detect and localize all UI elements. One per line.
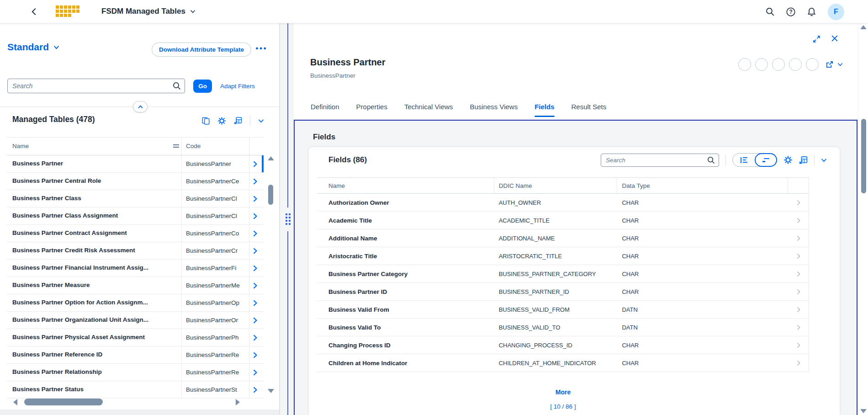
chevron-right-icon[interactable] [788, 253, 809, 259]
chevron-right-icon[interactable] [253, 369, 257, 376]
notifications-bell-icon[interactable] [807, 7, 816, 16]
fields-search-input[interactable] [606, 157, 707, 164]
chevron-right-icon[interactable] [788, 342, 809, 348]
overflow-menu-icon[interactable]: ●●● [255, 45, 267, 51]
chevron-right-icon[interactable] [788, 218, 809, 223]
tab[interactable]: Definition [311, 103, 339, 117]
column-header-code[interactable]: Code [186, 143, 201, 149]
table-row[interactable]: Business Partner Class BusinessPartnerCl [7, 190, 264, 208]
table-row[interactable]: Business Partner Organizational Unit Ass… [7, 312, 264, 329]
download-attribute-template-button[interactable]: Download Attribute Template [152, 43, 251, 57]
search-input[interactable] [12, 82, 173, 90]
field-row[interactable]: Aristocratic Title ARISTOCRATIC_TITLE CH… [317, 247, 809, 265]
chevron-down-icon[interactable] [837, 63, 843, 66]
scrollbar-thumb[interactable] [24, 399, 103, 405]
chevron-right-icon[interactable] [253, 213, 257, 219]
chevron-right-icon[interactable] [253, 282, 257, 289]
table-row[interactable]: Business Partner Reference ID BusinessPa… [7, 346, 264, 364]
chevron-right-icon[interactable] [253, 196, 257, 202]
app-title-menu[interactable]: FSDM Managed Tables [101, 7, 196, 16]
enter-fullscreen-icon[interactable] [813, 35, 820, 43]
table-row[interactable]: Business Partner Measure BusinessPartner… [7, 277, 264, 294]
export-icon[interactable] [234, 117, 242, 125]
action-button[interactable] [755, 58, 768, 71]
chevron-right-icon[interactable] [253, 352, 257, 358]
splitter-grip[interactable] [284, 208, 292, 231]
chevron-down-icon[interactable] [821, 158, 827, 162]
detail-less-button[interactable] [755, 153, 777, 167]
scroll-down-arrow[interactable] [268, 389, 274, 393]
user-avatar[interactable]: F [828, 4, 844, 20]
column-header-datatype[interactable]: Data Type [617, 178, 788, 193]
variant-selector[interactable]: Standard [7, 42, 59, 53]
chevron-right-icon[interactable] [253, 265, 257, 271]
action-button[interactable] [789, 58, 802, 71]
table-row[interactable]: Business Partner Relationship BusinessPa… [7, 364, 264, 381]
scroll-up-arrow[interactable] [268, 156, 274, 160]
chevron-down-icon[interactable] [258, 119, 264, 123]
action-button[interactable] [738, 58, 751, 71]
scroll-right-arrow[interactable] [236, 399, 240, 405]
tab[interactable]: Properties [356, 103, 387, 117]
scroll-down-arrow[interactable] [860, 409, 867, 413]
field-row[interactable]: Business Partner ID BUSINESS_PARTNER_ID … [317, 283, 809, 301]
table-row[interactable]: Business Partner Status BusinessPartnerS… [7, 381, 264, 399]
column-header-name[interactable]: Name [12, 143, 29, 149]
table-row[interactable]: Business Partner Option for Action Assig… [7, 294, 264, 312]
chevron-right-icon[interactable] [788, 235, 809, 241]
field-row[interactable]: Business Partner Category BUSINESS_PARTN… [317, 265, 809, 283]
chevron-right-icon[interactable] [788, 271, 809, 277]
field-row[interactable]: Business Valid From BUSINESS_VALID_FROM … [317, 301, 809, 319]
field-row[interactable]: Academic Title ACADEMIC_TITLE CHAR [317, 212, 809, 229]
scrollbar-thumb[interactable] [861, 119, 866, 193]
share-icon[interactable] [826, 60, 834, 69]
scroll-up-arrow[interactable] [860, 25, 867, 29]
back-icon[interactable] [31, 8, 37, 16]
collapse-filterbar-button[interactable] [133, 101, 148, 112]
field-row[interactable]: Changing Process ID CHANGING_PROCESS_ID … [317, 336, 809, 354]
search-icon[interactable] [173, 82, 181, 90]
detail-more-button[interactable] [733, 154, 755, 166]
chevron-right-icon[interactable] [253, 335, 257, 341]
chevron-right-icon[interactable] [253, 161, 257, 167]
go-button[interactable]: Go [193, 80, 212, 93]
chevron-right-icon[interactable] [253, 230, 257, 237]
settings-gear-icon[interactable] [783, 155, 793, 165]
chevron-right-icon[interactable] [788, 307, 809, 313]
help-icon[interactable]: ? [786, 7, 795, 16]
adapt-filters-link[interactable]: Adapt Filters [220, 83, 255, 90]
tab[interactable]: Technical Views [404, 103, 453, 117]
settings-gear-icon[interactable] [217, 117, 226, 125]
table-row[interactable]: Business Partner BusinessPartner [7, 155, 264, 173]
chevron-right-icon[interactable] [788, 200, 809, 206]
chevron-right-icon[interactable] [253, 387, 257, 393]
table-row[interactable]: Business Partner Contract Assignment Bus… [7, 225, 264, 242]
chevron-right-icon[interactable] [253, 317, 257, 324]
search-icon[interactable] [707, 156, 715, 164]
action-button[interactable] [772, 58, 785, 71]
column-header-name[interactable]: Name [317, 178, 494, 193]
chevron-right-icon[interactable] [253, 300, 257, 306]
more-link[interactable]: More [317, 388, 809, 396]
tab[interactable]: Result Sets [572, 103, 607, 117]
search-icon[interactable] [766, 7, 774, 16]
chevron-right-icon[interactable] [253, 248, 257, 254]
chevron-right-icon[interactable] [788, 360, 809, 366]
scrollbar-thumb[interactable] [268, 185, 273, 205]
table-row[interactable]: Business Partner Physical Asset Assignme… [7, 329, 264, 346]
table-row[interactable]: Business Partner Credit Risk Assessment … [7, 242, 264, 260]
field-row[interactable]: Business Valid To BUSINESS_VALID_TO DATN [317, 319, 809, 336]
tab[interactable]: Fields [535, 103, 554, 117]
action-button[interactable] [806, 58, 819, 71]
close-icon[interactable] [831, 35, 838, 43]
chevron-right-icon[interactable] [788, 289, 809, 295]
scroll-left-arrow[interactable] [13, 399, 17, 405]
table-row[interactable]: Business Partner Financial Instrument As… [7, 260, 264, 277]
export-icon[interactable] [799, 156, 808, 165]
chevron-right-icon[interactable] [788, 325, 809, 330]
copy-icon[interactable] [202, 117, 210, 125]
table-row[interactable]: Business Partner Central Role BusinessPa… [7, 173, 264, 190]
chevron-right-icon[interactable] [253, 178, 257, 185]
column-header-ddic[interactable]: DDIC Name [494, 178, 618, 193]
field-row[interactable]: Additional Name ADDITIONAL_NAME CHAR [317, 229, 809, 247]
